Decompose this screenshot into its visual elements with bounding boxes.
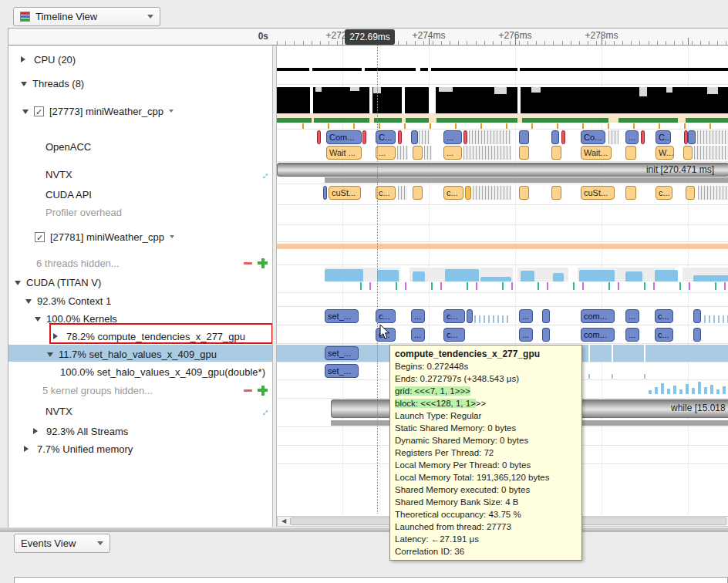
- tree-row-all-streams[interactable]: 92.3% All Streams: [33, 423, 128, 439]
- openacc-wait-chip[interactable]: ...: [443, 146, 462, 160]
- memory-ops-ticks[interactable]: [346, 282, 728, 290]
- kernel-sliver[interactable]: [467, 309, 473, 323]
- kernel-chip[interactable]: ...: [411, 309, 425, 323]
- expand-arrow-icon[interactable]: [25, 299, 32, 307]
- set-halo-full-chip[interactable]: set_...: [325, 364, 359, 378]
- hide-row-icon[interactable]: [244, 389, 252, 392]
- openacc-event-sliver[interactable]: [398, 130, 402, 144]
- scroll-left-arrow-icon[interactable]: ◀: [279, 517, 288, 526]
- openacc-dense-events[interactable]: [694, 146, 728, 160]
- tree-row-nvtx-27773[interactable]: NVTX ↔: [46, 167, 269, 182]
- tree-row-profiler-overhead[interactable]: Profiler overhead: [46, 204, 122, 220]
- openacc-event-sliver[interactable]: [519, 146, 529, 160]
- tree-row-thread-27773[interactable]: ✓ [27773] miniWeather_cpp: [22, 103, 174, 119]
- openacc-compute-chip[interactable]: ...: [443, 130, 462, 144]
- expand-arrow-icon[interactable]: [22, 110, 29, 117]
- tree-row-nvtx-stream[interactable]: NVTX ↔: [46, 403, 269, 419]
- tree-row-set-halo-full[interactable]: 100.0% set_halo_values_x_409_gpu(double*…: [60, 364, 265, 379]
- tree-row-threads[interactable]: Threads (8): [21, 76, 84, 91]
- kernel-density-mound[interactable]: [377, 270, 399, 281]
- kernel-chip[interactable]: c...: [655, 309, 673, 323]
- openacc-dense-events[interactable]: [397, 146, 408, 160]
- compute-kernel-chip[interactable]: ...: [519, 328, 533, 342]
- tree-row-cpu[interactable]: CPU (20): [21, 52, 76, 67]
- expand-row-icon[interactable]: ↔: [257, 167, 272, 182]
- kernel-sliver[interactable]: [693, 328, 701, 342]
- tree-row-set-halo[interactable]: 11.7% set_halo_values_x_409_gpu: [47, 346, 217, 362]
- cuda-api-event-sliver[interactable]: [465, 186, 471, 200]
- cuda-api-chip[interactable]: c...: [443, 186, 463, 200]
- show-row-icon[interactable]: [258, 386, 268, 396]
- openacc-wait-chip[interactable]: ...: [376, 146, 396, 160]
- openacc-event-sliver[interactable]: [688, 130, 696, 144]
- tree-row-openacc[interactable]: OpenACC: [46, 139, 91, 154]
- openacc-event-sliver[interactable]: [551, 130, 559, 144]
- compute-kernel-chip[interactable]: c...: [655, 328, 673, 342]
- kernel-density-mound[interactable]: [413, 271, 425, 281]
- expand-arrow-icon[interactable]: [35, 317, 41, 325]
- openacc-compute-chip[interactable]: C...: [656, 130, 671, 144]
- openacc-event-sliver[interactable]: [413, 146, 423, 160]
- openacc-dense-events[interactable]: [608, 130, 618, 144]
- openacc-event-sliver[interactable]: [463, 130, 467, 144]
- openacc-wait-chip[interactable]: W...: [656, 146, 674, 160]
- openacc-event-sliver[interactable]: [641, 130, 645, 144]
- hidden-threads-band[interactable]: [277, 244, 728, 249]
- kernel-sliver[interactable]: [542, 309, 550, 323]
- expand-arrow-icon[interactable]: [47, 352, 53, 360]
- openacc-compute-chip[interactable]: C...: [376, 130, 396, 144]
- view-selector-dropdown[interactable]: Timeline View: [13, 7, 160, 26]
- kernel-minihist[interactable]: [704, 315, 728, 323]
- tree-row-kernel-groups-hidden[interactable]: 5 kernel groups hidden...: [42, 382, 268, 398]
- cpu-utilization-track[interactable]: [277, 68, 728, 71]
- kernel-sliver[interactable]: [542, 328, 550, 342]
- kernel-density-mound[interactable]: [553, 273, 564, 281]
- collapse-arrow-icon[interactable]: [24, 446, 32, 452]
- kernel-chip[interactable]: c...: [376, 309, 396, 323]
- kernel-density-mound[interactable]: [625, 271, 642, 281]
- kernel-density-mound[interactable]: [521, 271, 534, 281]
- tree-row-unified-memory[interactable]: 7.7% Unified memory: [24, 441, 133, 457]
- openacc-dense-events[interactable]: [697, 130, 728, 144]
- cuda-api-chip[interactable]: cuSt...: [581, 186, 615, 200]
- tree-row-threads-hidden[interactable]: 6 threads hidden...: [36, 255, 268, 271]
- collapse-arrow-icon[interactable]: [33, 428, 41, 434]
- kernel-chip[interactable]: c...: [443, 309, 465, 323]
- expand-row-icon[interactable]: ↔: [257, 403, 272, 419]
- row-menu-caret-icon[interactable]: [169, 110, 174, 115]
- cuda-api-chip[interactable]: cuSt...: [329, 186, 361, 200]
- thread-checkbox[interactable]: ✓: [34, 106, 44, 116]
- compute-kernel-chip[interactable]: ...: [625, 328, 639, 342]
- compute-kernel-chip[interactable]: c...: [443, 328, 465, 342]
- tree-row-context-1[interactable]: 92.3% Context 1: [25, 293, 111, 308]
- kernel-density-mound[interactable]: [693, 275, 728, 281]
- openacc-dense-events[interactable]: [419, 130, 430, 144]
- tree-row-cuda-gpu[interactable]: CUDA (TITAN V): [15, 275, 101, 290]
- compute-kernel-chip[interactable]: com...: [581, 328, 615, 342]
- openacc-event-sliver[interactable]: [411, 130, 418, 144]
- cuda-api-event-sliver[interactable]: [519, 186, 529, 200]
- hide-row-icon[interactable]: [244, 262, 252, 265]
- kernel-density-mound[interactable]: [655, 270, 678, 281]
- kernel-density-mound[interactable]: [579, 270, 615, 281]
- kernel-chip[interactable]: ...: [519, 309, 533, 323]
- row-menu-caret-icon[interactable]: [170, 235, 174, 241]
- nvtx-init-range[interactable]: init [270.471 ms]: [277, 163, 728, 177]
- cuda-api-chip[interactable]: c...: [376, 186, 396, 200]
- tree-row-thread-27781[interactable]: ✓ [27781] miniWeather_cpp: [35, 229, 174, 244]
- cuda-api-event-sliver[interactable]: [551, 186, 561, 200]
- openacc-wait-chip[interactable]: Wait...: [581, 146, 612, 160]
- openacc-event-sliver[interactable]: [317, 130, 321, 144]
- openacc-compute-chip[interactable]: Co...: [581, 130, 605, 144]
- collapse-arrow-icon[interactable]: [21, 56, 29, 62]
- openacc-event-sliver[interactable]: [519, 130, 529, 144]
- openacc-compute-chip[interactable]: ...: [625, 130, 639, 144]
- events-view-dropdown[interactable]: Events View: [14, 534, 110, 553]
- set-halo-chip[interactable]: set_...: [325, 346, 359, 360]
- openacc-event-sliver[interactable]: [551, 146, 561, 160]
- kernel-chip[interactable]: com...: [581, 309, 615, 323]
- cuda-api-event-sliver[interactable]: [323, 186, 327, 200]
- kernel-chip[interactable]: ...: [625, 309, 639, 323]
- expand-arrow-icon[interactable]: [21, 82, 27, 89]
- cuda-api-event-sliver[interactable]: [686, 186, 695, 200]
